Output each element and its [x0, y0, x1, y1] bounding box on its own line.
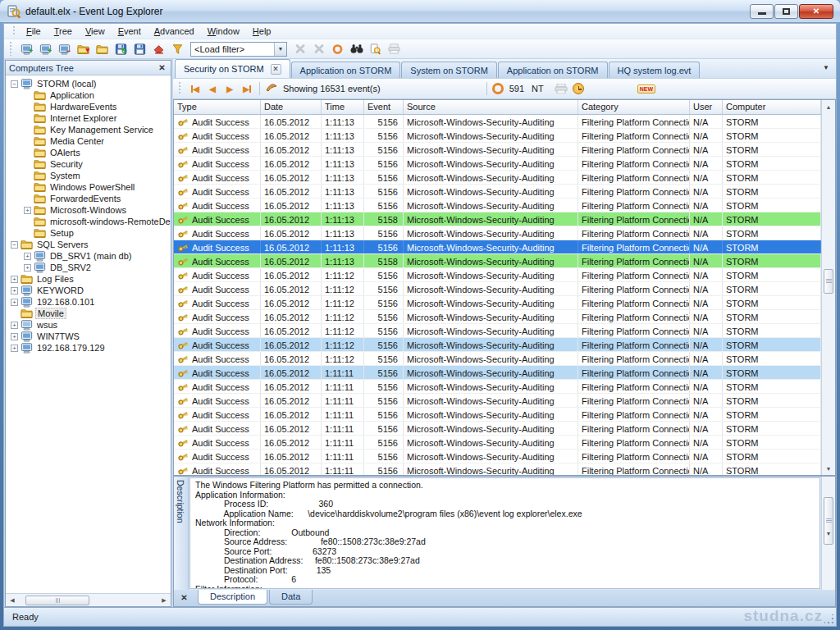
- close-tree-panel-button[interactable]: ✕: [157, 62, 167, 73]
- resize-grip[interactable]: [824, 614, 834, 624]
- event-row[interactable]: Audit Success16.05.20121:11:115156Micros…: [174, 380, 821, 394]
- minimize-button[interactable]: [750, 4, 774, 19]
- column-header-type[interactable]: Type: [174, 100, 261, 114]
- remove-filter-button[interactable]: [291, 41, 308, 57]
- tree-item-storm-local-[interactable]: −STORM (local): [6, 78, 171, 89]
- tree-item-log-files[interactable]: +Log Files: [6, 273, 171, 285]
- column-header-event[interactable]: Event: [364, 100, 404, 114]
- menu-item-help[interactable]: Help: [246, 25, 278, 38]
- event-row[interactable]: Audit Success16.05.20121:11:135156Micros…: [174, 240, 821, 254]
- menu-item-window[interactable]: Window: [201, 25, 246, 38]
- tree-item-db-srv2[interactable]: +DB_SRV2: [6, 262, 171, 273]
- remove-all-filters-button[interactable]: [310, 41, 327, 57]
- print-button[interactable]: [386, 41, 403, 57]
- expand-icon[interactable]: +: [11, 299, 18, 306]
- event-row[interactable]: Audit Success16.05.20121:11:125156Micros…: [174, 324, 821, 338]
- previous-event-button[interactable]: ◀: [205, 81, 220, 96]
- expand-icon[interactable]: +: [24, 207, 31, 214]
- scrollbar-thumb[interactable]: [25, 596, 89, 605]
- expand-icon[interactable]: +: [11, 322, 18, 329]
- tree-item-hardwareevents[interactable]: HardwareEvents: [6, 101, 171, 112]
- open-log-file-button[interactable]: ▾: [75, 41, 92, 57]
- description-panel-tab-description[interactable]: Description: [198, 590, 267, 605]
- event-row[interactable]: Audit Success16.05.20121:11:115156Micros…: [174, 394, 821, 408]
- tree-item-media-center[interactable]: Media Center: [6, 135, 171, 147]
- tab-system-on-storm[interactable]: System on STORM: [401, 62, 497, 78]
- event-row[interactable]: Audit Success16.05.20121:11:115156Micros…: [174, 463, 821, 475]
- printer-icon[interactable]: [553, 80, 570, 97]
- disconnect-computer-button[interactable]: −: [56, 41, 73, 57]
- expand-icon[interactable]: +: [11, 345, 18, 352]
- tree-item-microsoft-windows[interactable]: +Microsoft-Windows: [6, 204, 171, 216]
- event-row[interactable]: Audit Success16.05.20121:11:135158Micros…: [174, 212, 821, 226]
- column-header-computer[interactable]: Computer: [723, 100, 821, 114]
- clear-log-button[interactable]: [150, 41, 167, 57]
- tree-item-movile[interactable]: Movile: [6, 308, 171, 319]
- column-header-date[interactable]: Date: [261, 100, 322, 114]
- description-panel-tab-data[interactable]: Data: [269, 590, 313, 605]
- menu-item-tree[interactable]: Tree: [48, 25, 79, 38]
- tree-item-192-168-0-101[interactable]: +192.168.0.101: [6, 296, 171, 308]
- tree-item-sql-servers[interactable]: −SQL Servers: [6, 239, 171, 250]
- scroll-right-icon[interactable]: ▶: [158, 594, 171, 606]
- event-row[interactable]: Audit Success16.05.20121:11:115156Micros…: [174, 366, 821, 380]
- find-button[interactable]: [348, 41, 365, 57]
- tab-application-on-storm[interactable]: Application on STORM: [291, 62, 401, 78]
- event-row[interactable]: Audit Success16.05.20121:11:115156Micros…: [174, 436, 821, 450]
- tree-item-key-management-service[interactable]: Key Management Service: [6, 124, 171, 135]
- event-row[interactable]: Audit Success16.05.20121:11:125156Micros…: [174, 296, 821, 310]
- auto-refresh-button[interactable]: [329, 41, 346, 57]
- next-event-button[interactable]: ▶: [222, 81, 237, 96]
- event-row[interactable]: Audit Success16.05.20121:11:125156Micros…: [174, 268, 821, 282]
- collapse-icon[interactable]: −: [11, 80, 18, 88]
- tree-item-keyword[interactable]: +KEYWORD: [6, 285, 171, 296]
- event-row[interactable]: Audit Success16.05.20121:11:125156Micros…: [174, 338, 821, 352]
- event-row[interactable]: Audit Success16.05.20121:11:125156Micros…: [174, 352, 821, 366]
- tree-item-windows-powershell[interactable]: Windows PowerShell: [6, 181, 171, 193]
- menu-item-advanced[interactable]: Advanced: [148, 25, 201, 38]
- scroll-down-icon[interactable]: ▼: [822, 477, 835, 590]
- tab-close-icon[interactable]: ✕: [271, 64, 281, 75]
- expand-icon[interactable]: +: [11, 333, 18, 340]
- clock-icon[interactable]: [573, 83, 584, 94]
- column-header-user[interactable]: User: [690, 100, 723, 114]
- connect-computer-button[interactable]: +: [37, 41, 54, 57]
- event-row[interactable]: Audit Success16.05.20121:11:135156Micros…: [174, 157, 821, 171]
- chevron-down-icon[interactable]: ▼: [274, 43, 286, 56]
- add-computer-button[interactable]: +: [18, 41, 35, 57]
- event-row[interactable]: Audit Success16.05.20121:11:115156Micros…: [174, 422, 821, 436]
- tree-item-db-srv1-main-db-[interactable]: +DB_SRV1 (main db): [6, 250, 171, 262]
- tree-item-internet-explorer[interactable]: Internet Explorer: [6, 112, 171, 124]
- event-row[interactable]: Audit Success16.05.20121:11:135156Micros…: [174, 171, 821, 185]
- tab-application-on-storm[interactable]: Application on STORM: [498, 62, 608, 78]
- filter-button[interactable]: [169, 41, 186, 57]
- tree-item-192-168-179-129[interactable]: +192.168.179.129: [6, 342, 171, 354]
- event-row[interactable]: Audit Success16.05.20121:11:135156Micros…: [174, 143, 821, 157]
- auto-refresh-icon[interactable]: [492, 83, 504, 94]
- save-log-button[interactable]: [131, 41, 148, 57]
- tab-hq-system-log-evt[interactable]: HQ system log.evt: [609, 62, 701, 78]
- event-row[interactable]: Audit Success16.05.20121:11:125156Micros…: [174, 282, 821, 296]
- maximize-button[interactable]: [774, 4, 798, 19]
- tree-item-oalerts[interactable]: OAlerts: [6, 147, 171, 158]
- column-header-time[interactable]: Time: [322, 100, 364, 114]
- refresh-log-button[interactable]: ↻: [112, 41, 130, 57]
- tree-item-setup[interactable]: Setup: [6, 227, 171, 239]
- open-folder-button[interactable]: [94, 41, 111, 57]
- expand-icon[interactable]: +: [11, 276, 18, 283]
- load-filter-combo[interactable]: <Load filter> ▼: [190, 42, 287, 57]
- scroll-up-icon[interactable]: ▲: [822, 100, 835, 113]
- scrollbar-thumb[interactable]: [824, 269, 833, 294]
- tree-horizontal-scrollbar[interactable]: ◀ ▶: [6, 593, 171, 606]
- grid-vertical-scrollbar[interactable]: ▲ ▼: [821, 100, 835, 475]
- column-header-source[interactable]: Source: [404, 100, 578, 114]
- scroll-left-icon[interactable]: ◀: [6, 594, 19, 606]
- tree-item-system[interactable]: System: [6, 170, 171, 181]
- tab-security-on-storm[interactable]: Security on STORM✕: [175, 59, 290, 78]
- tree-item-wsus[interactable]: +wsus: [6, 319, 171, 331]
- close-button[interactable]: ✕: [799, 4, 833, 19]
- view-details-button[interactable]: [367, 41, 384, 57]
- menu-item-file[interactable]: File: [20, 25, 48, 38]
- event-row[interactable]: Audit Success16.05.20121:11:135156Micros…: [174, 199, 821, 212]
- event-row[interactable]: Audit Success16.05.20121:11:135156Micros…: [174, 185, 821, 199]
